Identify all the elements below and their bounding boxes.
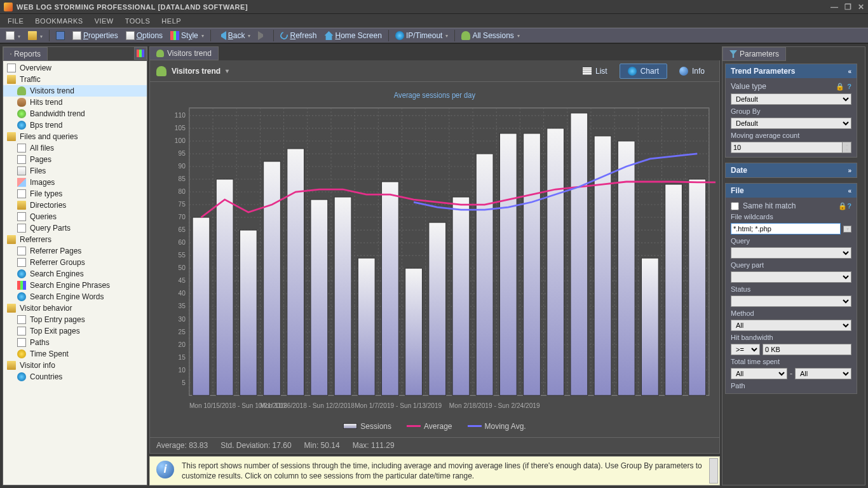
tts-to-select[interactable]: All [795, 368, 851, 379]
menu-view[interactable]: VIEW [90, 16, 119, 26]
style-button[interactable]: Style [167, 30, 207, 41]
tree-item[interactable]: Referrers [3, 234, 147, 245]
query-select[interactable] [731, 247, 851, 259]
svg-text:15: 15 [178, 353, 185, 360]
tree-item[interactable]: Files and queries [3, 131, 147, 142]
tree-item[interactable]: Overview [3, 62, 147, 74]
reports-tab[interactable]: Reports [3, 47, 48, 60]
status-select[interactable] [731, 295, 851, 307]
group-by-select[interactable]: Default [731, 118, 851, 129]
options-button[interactable]: Options [123, 30, 166, 41]
svg-text:80: 80 [178, 187, 185, 195]
svg-rect-46 [193, 217, 210, 395]
refresh-button[interactable]: Refresh [277, 30, 320, 41]
tree-item[interactable]: Time Spent [3, 348, 147, 360]
tree-item[interactable]: Images [3, 177, 147, 188]
main-toolbar: PPropertiesroperties Options Style Back … [0, 28, 868, 43]
svg-rect-55 [405, 268, 423, 395]
trend-params-header[interactable]: Trend Parameters« [726, 64, 857, 78]
mavg-input[interactable] [731, 142, 843, 153]
query-part-select[interactable] [731, 271, 851, 283]
tree-item[interactable]: Hits trend [3, 97, 147, 108]
svg-rect-57 [452, 197, 470, 395]
tree-item[interactable]: Pages [3, 154, 147, 165]
view-chart-button[interactable]: Chart [620, 64, 667, 79]
svg-text:85: 85 [178, 175, 185, 182]
minimize-button[interactable]: — [831, 3, 838, 11]
tree-item[interactable]: Queries [3, 211, 147, 222]
file-params-header[interactable]: File« [726, 184, 857, 198]
svg-text:Mon 11/26/2018 - Sun 12/2/2018: Mon 11/26/2018 - Sun 12/2/2018 [260, 402, 355, 409]
tree-item[interactable]: Visitor info [3, 360, 147, 371]
menu-tools[interactable]: TOOLS [120, 16, 156, 26]
wildcards-label: File wildcards [731, 213, 851, 220]
tts-from-select[interactable]: All [731, 368, 787, 379]
svg-text:40: 40 [178, 289, 185, 297]
tree-item[interactable]: Search Engine Words [3, 291, 147, 302]
tree-item[interactable]: Directories [3, 200, 147, 211]
tree-item[interactable]: Bps trend [3, 119, 147, 131]
tts-label: Total time spent [731, 358, 851, 365]
svg-rect-49 [264, 161, 281, 395]
tree-item[interactable]: Referrer Groups [3, 257, 147, 268]
query-label: Query [731, 237, 851, 245]
tree-item[interactable]: Referrer Pages [3, 245, 147, 257]
svg-text:55: 55 [178, 251, 185, 259]
svg-text:60: 60 [178, 238, 185, 246]
tree-item[interactable]: Query Parts [3, 222, 147, 234]
svg-text:75: 75 [178, 200, 185, 208]
save-button[interactable] [53, 30, 68, 41]
spin-buttons[interactable]: ▴▾ [843, 142, 851, 153]
new-button[interactable] [3, 30, 24, 41]
tree-item[interactable]: Top Entry pages [3, 314, 147, 325]
view-list-button[interactable]: List [574, 64, 616, 79]
menu-file[interactable]: FILE [3, 16, 29, 26]
tree-item[interactable]: Files [3, 165, 147, 177]
center-panel: Visitors trend Visitors trend ▾ List Cha… [149, 46, 720, 485]
svg-text:Mon 1/7/2019 - Sun 1/13/2019: Mon 1/7/2019 - Sun 1/13/2019 [355, 402, 442, 409]
tree-item[interactable]: Search Engines [3, 268, 147, 280]
close-button[interactable]: ✕ [858, 3, 864, 11]
tree-item[interactable]: Bandwidth trend [3, 108, 147, 119]
hit-bw-input[interactable] [763, 344, 851, 355]
maximize-button[interactable]: ❐ [844, 3, 851, 11]
all-sessions-button[interactable]: All Sessions [458, 30, 522, 41]
tree-item[interactable]: All files [3, 142, 147, 154]
reports-panel: Reports OverviewTrafficVisitors trendHit… [3, 46, 147, 485]
method-select[interactable]: All [731, 320, 851, 331]
svg-text:25: 25 [178, 327, 185, 335]
reports-toggle-button[interactable] [134, 47, 147, 60]
tree-item[interactable]: Traffic [3, 74, 147, 85]
chart-area[interactable]: Average sessions per day5101520253035404… [154, 88, 715, 418]
menu-help[interactable]: HELP [156, 16, 186, 26]
date-params-header[interactable]: Date» [726, 163, 857, 177]
reports-tree: OverviewTrafficVisitors trendHits trendB… [3, 61, 147, 384]
value-type-label: Value type🔒? [731, 82, 851, 91]
report-tab[interactable]: Visitors trend [149, 46, 219, 60]
svg-text:45: 45 [178, 276, 185, 284]
same-hit-checkbox[interactable] [731, 202, 739, 210]
title-bar: WEB LOG STORMING PROFESSIONAL [DATALAND … [0, 0, 868, 14]
tree-item[interactable]: Visitors trend [3, 85, 147, 97]
back-button[interactable]: Back [214, 30, 254, 41]
tree-item[interactable]: Top Exit pages [3, 325, 147, 337]
tree-item[interactable]: Paths [3, 337, 147, 348]
tree-item[interactable]: Visitor behavior [3, 302, 147, 314]
wildcards-input[interactable] [731, 223, 841, 234]
properties-button[interactable]: PPropertiesroperties [69, 30, 121, 41]
open-button[interactable] [25, 30, 46, 41]
tree-item[interactable]: Countries [3, 371, 147, 383]
home-button[interactable]: Home Screen [322, 30, 385, 41]
svg-text:65: 65 [178, 226, 185, 233]
hit-bw-op-select[interactable]: >= [731, 344, 760, 355]
ip-timeout-button[interactable]: IP/Timeout [392, 30, 452, 41]
parameters-tab[interactable]: Parameters [722, 47, 786, 61]
tree-item[interactable]: File types [3, 188, 147, 200]
tree-item[interactable]: Search Engine Phrases [3, 280, 147, 291]
svg-text:100: 100 [175, 137, 186, 144]
info-scrollbar[interactable] [709, 458, 718, 484]
menu-bookmarks[interactable]: BOOKMARKS [30, 16, 88, 26]
forward-button[interactable] [255, 30, 270, 41]
view-info-button[interactable]: Info [671, 64, 713, 79]
value-type-select[interactable]: Default [731, 93, 851, 105]
